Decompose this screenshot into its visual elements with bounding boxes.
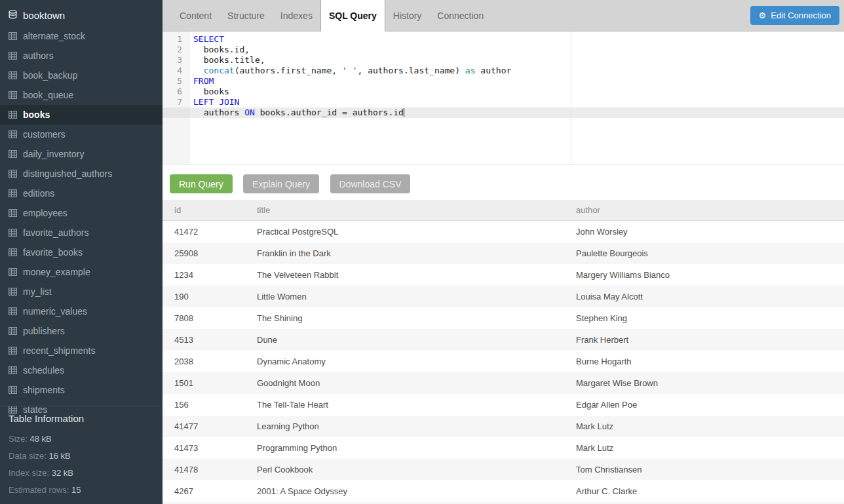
cell-title: Programming Python [257, 443, 576, 453]
cell-id: 1234 [163, 270, 257, 280]
table-stat: Size: 48 kB [9, 431, 154, 448]
table-icon [9, 111, 17, 119]
cell-id: 41472 [163, 227, 257, 237]
line-number: 7 [163, 97, 190, 107]
table-stat: Data size: 16 kB [9, 448, 154, 465]
table-icon [9, 288, 17, 296]
table-icon [9, 307, 17, 315]
sidebar-item-alternate_stock[interactable]: alternate_stock [0, 26, 163, 46]
table-stat: Index size: 32 kB [9, 465, 154, 482]
cell-author: Frank Herbert [576, 335, 844, 345]
sidebar-item-money_example[interactable]: money_example [0, 262, 163, 282]
cell-id: 2038 [163, 357, 257, 366]
table-row[interactable]: 25908Franklin in the DarkPaulette Bourge… [163, 242, 844, 264]
sidebar-item-customers[interactable]: customers [0, 125, 163, 144]
edit-connection-label: Edit Connection [771, 10, 831, 20]
line-number: 4 [163, 66, 190, 76]
cell-title: Perl Cookbook [257, 465, 576, 475]
results-body: 41472Practical PostgreSQLJohn Worsley259… [163, 221, 844, 502]
sidebar-item-books[interactable]: books [0, 105, 163, 125]
sidebar-item-my_list[interactable]: my_list [0, 282, 163, 301]
tab-connection[interactable]: Connection [429, 0, 491, 31]
sidebar-item-label: numeric_values [23, 306, 87, 317]
cell-id: 4267 [163, 486, 257, 496]
sidebar-item-label: shipments [23, 385, 65, 395]
edit-connection-button[interactable]: ⚙ Edit Connection [750, 6, 839, 25]
cell-author: Arthur C. Clarke [576, 486, 844, 496]
database-header[interactable]: booktown [0, 4, 163, 26]
code-line: books.id, [193, 45, 844, 55]
sidebar-item-favorite_authors[interactable]: favorite_authors [0, 223, 163, 242]
line-number: 6 [163, 87, 190, 97]
table-row[interactable]: 4513DuneFrank Herbert [163, 329, 844, 351]
sidebar-item-favorite_books[interactable]: favorite_books [0, 242, 163, 262]
tab-sql-query[interactable]: SQL Query [320, 0, 385, 31]
table-icon [9, 170, 17, 178]
sidebar-item-recent_shipments[interactable]: recent_shipments [0, 341, 163, 360]
sidebar-item-shipments[interactable]: shipments [0, 380, 163, 400]
table-row[interactable]: 42672001: A Space OdysseyArthur C. Clark… [163, 480, 844, 502]
sidebar-item-editions[interactable]: editions [0, 184, 163, 203]
table-icon [9, 150, 17, 158]
column-header-author: author [576, 205, 844, 215]
sidebar-item-label: editions [23, 188, 54, 199]
table-stat: Estimated rows: 15 [9, 482, 154, 499]
download-csv-button[interactable]: Download CSV [330, 174, 411, 193]
query-actions: Run Query Explain Query Download CSV [163, 165, 844, 200]
table-row[interactable]: 41478Perl CookbookTom Christiansen [163, 459, 844, 480]
sidebar-item-daily_inventory[interactable]: daily_inventory [0, 144, 163, 164]
table-icon [9, 71, 17, 79]
sql-editor[interactable]: 12345678 SELECT books.id, books.title, c… [163, 31, 844, 165]
sidebar-item-label: employees [23, 208, 67, 218]
sidebar-item-employees[interactable]: employees [0, 203, 163, 223]
table-icon [9, 248, 17, 256]
table-row[interactable]: 156The Tell-Tale HeartEdgar Allen Poe [163, 394, 844, 416]
sidebar-item-label: favorite_authors [23, 227, 88, 238]
sidebar-item-label: publishers [23, 326, 65, 336]
cell-author: Tom Christiansen [576, 465, 844, 475]
sidebar-item-authors[interactable]: authors [0, 46, 163, 66]
column-header-id: id [163, 205, 257, 215]
cell-id: 1501 [163, 378, 257, 388]
table-icon [9, 32, 17, 40]
sidebar-item-numeric_values[interactable]: numeric_values [0, 301, 163, 321]
table-row[interactable]: 41473Programming PythonMark Lutz [163, 437, 844, 459]
stat-value: 15 [71, 485, 81, 495]
table-row[interactable]: 2038Dynamic AnatomyBurne Hogarth [163, 351, 844, 372]
sidebar-item-schedules[interactable]: schedules [0, 360, 163, 380]
table-row[interactable]: 7808The ShiningStephen King [163, 307, 844, 329]
sidebar: booktown alternate_stockauthorsbook_back… [0, 0, 163, 504]
tab-history[interactable]: History [385, 0, 430, 31]
tab-content[interactable]: Content [172, 0, 220, 31]
code-line: LEFT JOIN [193, 97, 844, 107]
run-query-button[interactable]: Run Query [170, 174, 233, 193]
column-header-title: title [257, 205, 576, 215]
table-icon [9, 386, 17, 394]
explain-query-button[interactable]: Explain Query [243, 174, 319, 193]
sidebar-item-book_backup[interactable]: book_backup [0, 66, 163, 85]
cell-title: Dynamic Anatomy [257, 357, 576, 366]
table-row[interactable]: 190Little WomenLouisa May Alcott [163, 286, 844, 307]
table-icon [9, 52, 17, 60]
tab-bar: ContentStructureIndexesSQL QueryHistoryC… [163, 0, 844, 31]
cell-author: Burne Hogarth [576, 357, 844, 366]
table-icon [9, 366, 17, 374]
table-row[interactable]: 41477Learning PythonMark Lutz [163, 416, 844, 437]
cell-title: Dune [257, 335, 576, 345]
cell-id: 41477 [163, 421, 257, 431]
table-row[interactable]: 41472Practical PostgreSQLJohn Worsley [163, 221, 844, 242]
results-header: idtitleauthor [163, 200, 844, 221]
stat-label: Data size: [9, 451, 47, 461]
sidebar-item-distinguished_authors[interactable]: distinguished_authors [0, 164, 163, 184]
sidebar-item-publishers[interactable]: publishers [0, 321, 163, 341]
tab-indexes[interactable]: Indexes [273, 0, 320, 31]
code-area[interactable]: SELECT books.id, books.title, concat(aut… [190, 31, 844, 118]
cell-author: Margaret Wise Brown [576, 378, 844, 388]
stat-label: Index size: [9, 468, 49, 478]
tab-structure[interactable]: Structure [220, 0, 273, 31]
cell-title: 2001: A Space Odyssey [257, 486, 576, 496]
table-row[interactable]: 1501Goodnight MoonMargaret Wise Brown [163, 372, 844, 394]
sidebar-item-book_queue[interactable]: book_queue [0, 85, 163, 105]
table-icon [9, 229, 17, 237]
table-row[interactable]: 1234The Velveteen RabbitMargery Williams… [163, 264, 844, 286]
